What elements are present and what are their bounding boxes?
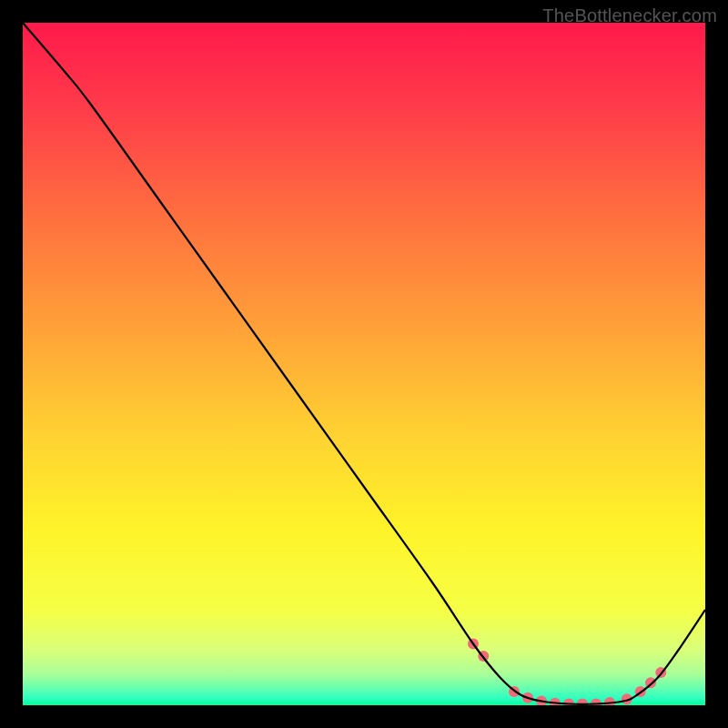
watermark-text: TheBottlenecker.com [542,5,717,26]
chart-svg [23,23,705,705]
plot-area [23,23,705,705]
chart-stage: TheBottlenecker.com [0,0,728,728]
gradient-background [23,23,705,705]
